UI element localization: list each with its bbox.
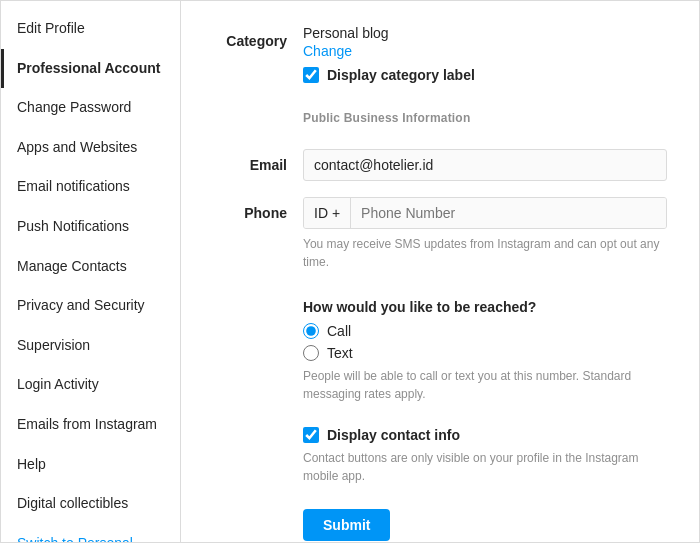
- reach-help: People will be able to call or text you …: [303, 367, 667, 403]
- sidebar-item-change-password[interactable]: Change Password: [1, 88, 180, 128]
- text-option-row: Text: [303, 345, 667, 361]
- text-label: Text: [327, 345, 353, 361]
- sidebar-item-supervision[interactable]: Supervision: [1, 326, 180, 366]
- sidebar-item-push-notifications[interactable]: Push Notifications: [1, 207, 180, 247]
- change-link[interactable]: Change: [303, 43, 352, 59]
- sidebar-item-login-activity[interactable]: Login Activity: [1, 365, 180, 405]
- display-contact-row: Display contact info Contact buttons are…: [213, 419, 667, 485]
- phone-prefix: ID +: [304, 198, 351, 228]
- email-row: Email: [213, 149, 667, 181]
- public-info-row: Public Business Information: [213, 103, 667, 133]
- display-contact-checkbox-row: Display contact info: [303, 427, 667, 443]
- call-label: Call: [327, 323, 351, 339]
- display-contact-label: Display contact info: [327, 427, 460, 443]
- sidebar-item-apps-and-websites[interactable]: Apps and Websites: [1, 128, 180, 168]
- sidebar-item-emails-from-instagram[interactable]: Emails from Instagram: [1, 405, 180, 445]
- category-content: Personal blog Change Display category la…: [303, 25, 667, 87]
- public-business-info-title: Public Business Information: [303, 111, 667, 125]
- display-category-row: Display category label: [303, 67, 667, 83]
- reach-row: How would you like to be reached? Call T…: [213, 287, 667, 403]
- sidebar-item-edit-profile[interactable]: Edit Profile: [1, 9, 180, 49]
- sidebar: Edit ProfileProfessional AccountChange P…: [1, 1, 181, 542]
- email-label: Email: [213, 149, 303, 173]
- reach-question: How would you like to be reached?: [303, 299, 667, 315]
- phone-help: You may receive SMS updates from Instagr…: [303, 235, 667, 271]
- category-row: Category Personal blog Change Display ca…: [213, 25, 667, 87]
- phone-input[interactable]: [351, 198, 666, 228]
- submit-row: Submit You can choose what information i…: [213, 501, 667, 542]
- display-category-label: Display category label: [327, 67, 475, 83]
- sidebar-item-manage-contacts[interactable]: Manage Contacts: [1, 247, 180, 287]
- submit-button[interactable]: Submit: [303, 509, 390, 541]
- sidebar-item-email-notifications[interactable]: Email notifications: [1, 167, 180, 207]
- contact-info-note: Contact buttons are only visible on your…: [303, 449, 667, 485]
- category-value: Personal blog: [303, 25, 667, 41]
- call-option-row: Call: [303, 323, 667, 339]
- sidebar-item-digital-collectibles[interactable]: Digital collectibles: [1, 484, 180, 524]
- email-input[interactable]: [303, 149, 667, 181]
- phone-row: Phone ID + You may receive SMS updates f…: [213, 197, 667, 271]
- sidebar-item-help[interactable]: Help: [1, 445, 180, 485]
- main-content: Category Personal blog Change Display ca…: [181, 1, 699, 542]
- display-contact-checkbox[interactable]: [303, 427, 319, 443]
- display-category-checkbox[interactable]: [303, 67, 319, 83]
- page-container: Edit ProfileProfessional AccountChange P…: [0, 0, 700, 543]
- text-radio[interactable]: [303, 345, 319, 361]
- phone-label: Phone: [213, 197, 303, 221]
- call-radio[interactable]: [303, 323, 319, 339]
- sidebar-item-switch-to-personal[interactable]: Switch to Personal Account: [1, 524, 180, 542]
- sidebar-item-professional-account[interactable]: Professional Account: [1, 49, 180, 89]
- category-label: Category: [213, 25, 303, 49]
- sidebar-item-privacy-and-security[interactable]: Privacy and Security: [1, 286, 180, 326]
- phone-input-group: ID +: [303, 197, 667, 229]
